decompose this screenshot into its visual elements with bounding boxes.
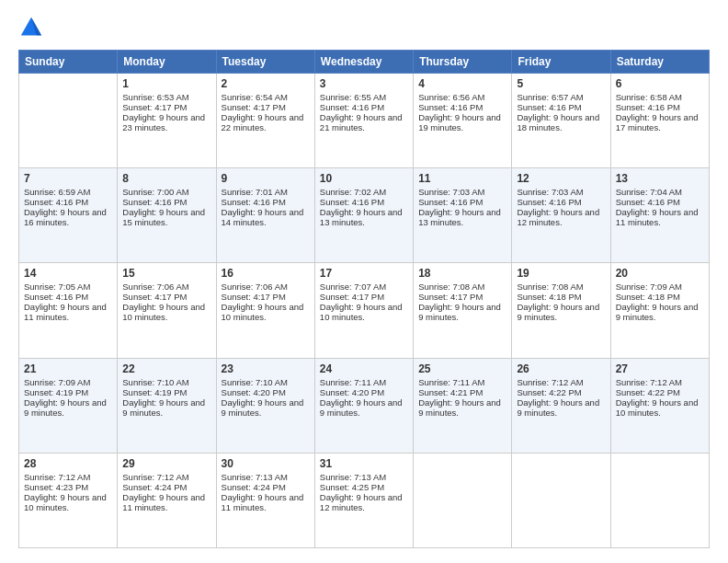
sunrise-text: Sunrise: 7:12 AM — [24, 472, 112, 482]
calendar-cell: 27Sunrise: 7:12 AMSunset: 4:22 PMDayligh… — [610, 358, 709, 453]
sunset-text: Sunset: 4:16 PM — [517, 197, 605, 207]
sunset-text: Sunset: 4:19 PM — [24, 387, 112, 397]
daylight-text: Daylight: 9 hours and 9 minutes. — [24, 397, 112, 418]
day-number: 12 — [517, 172, 605, 185]
calendar-cell: 16Sunrise: 7:06 AMSunset: 4:17 PMDayligh… — [216, 263, 314, 358]
sunset-text: Sunset: 4:16 PM — [616, 102, 704, 112]
day-number: 6 — [616, 77, 704, 90]
day-number: 22 — [122, 362, 210, 375]
header-day: Monday — [118, 51, 216, 74]
sunrise-text: Sunrise: 6:58 AM — [616, 92, 704, 102]
sunset-text: Sunset: 4:16 PM — [418, 102, 506, 112]
sunset-text: Sunset: 4:25 PM — [320, 482, 408, 492]
calendar-cell: 15Sunrise: 7:06 AMSunset: 4:17 PMDayligh… — [118, 263, 216, 358]
day-number: 8 — [122, 172, 210, 185]
day-number: 23 — [222, 362, 310, 375]
daylight-text: Daylight: 9 hours and 10 minutes. — [320, 302, 408, 322]
calendar-cell: 9Sunrise: 7:01 AMSunset: 4:16 PMDaylight… — [216, 168, 314, 263]
logo-icon — [18, 15, 44, 40]
header — [18, 15, 710, 40]
sunrise-text: Sunrise: 7:10 AM — [122, 377, 210, 387]
daylight-text: Daylight: 9 hours and 9 minutes. — [320, 397, 408, 418]
sunset-text: Sunset: 4:16 PM — [320, 197, 408, 207]
sunset-text: Sunset: 4:20 PM — [222, 387, 310, 397]
sunrise-text: Sunrise: 7:00 AM — [122, 187, 210, 197]
daylight-text: Daylight: 9 hours and 12 minutes. — [320, 492, 408, 512]
sunrise-text: Sunrise: 7:06 AM — [222, 282, 310, 292]
calendar-cell: 6Sunrise: 6:58 AMSunset: 4:16 PMDaylight… — [610, 74, 709, 168]
day-number: 14 — [24, 267, 112, 280]
daylight-text: Daylight: 9 hours and 11 minutes. — [24, 302, 112, 322]
header-day: Wednesday — [314, 51, 413, 74]
day-number: 25 — [418, 362, 506, 375]
calendar-week-row: 1Sunrise: 6:53 AMSunset: 4:17 PMDaylight… — [19, 74, 710, 168]
calendar-cell: 14Sunrise: 7:05 AMSunset: 4:16 PMDayligh… — [19, 263, 118, 358]
sunset-text: Sunset: 4:17 PM — [222, 102, 310, 112]
calendar-cell: 13Sunrise: 7:04 AMSunset: 4:16 PMDayligh… — [610, 168, 709, 263]
calendar-week-row: 28Sunrise: 7:12 AMSunset: 4:23 PMDayligh… — [19, 453, 710, 547]
sunset-text: Sunset: 4:16 PM — [320, 102, 408, 112]
calendar-cell: 4Sunrise: 6:56 AMSunset: 4:16 PMDaylight… — [414, 74, 512, 168]
daylight-text: Daylight: 9 hours and 19 minutes. — [418, 112, 506, 132]
calendar-cell: 21Sunrise: 7:09 AMSunset: 4:19 PMDayligh… — [19, 358, 118, 453]
daylight-text: Daylight: 9 hours and 9 minutes. — [517, 397, 605, 418]
sunset-text: Sunset: 4:21 PM — [418, 387, 506, 397]
logo — [18, 15, 48, 40]
sunrise-text: Sunrise: 6:56 AM — [418, 92, 506, 102]
daylight-text: Daylight: 9 hours and 12 minutes. — [517, 207, 605, 227]
daylight-text: Daylight: 9 hours and 13 minutes. — [418, 207, 506, 227]
sunrise-text: Sunrise: 7:11 AM — [320, 377, 408, 387]
calendar-cell: 19Sunrise: 7:08 AMSunset: 4:18 PMDayligh… — [512, 263, 610, 358]
day-number: 28 — [24, 457, 112, 470]
sunset-text: Sunset: 4:17 PM — [222, 292, 310, 302]
sunset-text: Sunset: 4:17 PM — [418, 292, 506, 302]
calendar-cell: 22Sunrise: 7:10 AMSunset: 4:19 PMDayligh… — [118, 358, 216, 453]
calendar-cell: 29Sunrise: 7:12 AMSunset: 4:24 PMDayligh… — [118, 453, 216, 547]
sunset-text: Sunset: 4:16 PM — [222, 197, 310, 207]
calendar-cell: 20Sunrise: 7:09 AMSunset: 4:18 PMDayligh… — [610, 263, 709, 358]
sunset-text: Sunset: 4:16 PM — [24, 197, 112, 207]
sunrise-text: Sunrise: 7:08 AM — [517, 282, 605, 292]
day-number: 1 — [122, 77, 210, 90]
header-day: Sunday — [19, 51, 118, 74]
calendar-week-row: 21Sunrise: 7:09 AMSunset: 4:19 PMDayligh… — [19, 358, 710, 453]
calendar-week-row: 14Sunrise: 7:05 AMSunset: 4:16 PMDayligh… — [19, 263, 710, 358]
header-day: Friday — [512, 51, 610, 74]
daylight-text: Daylight: 9 hours and 10 minutes. — [24, 492, 112, 512]
daylight-text: Daylight: 9 hours and 17 minutes. — [616, 112, 704, 132]
sunrise-text: Sunrise: 7:10 AM — [222, 377, 310, 387]
calendar-cell — [610, 453, 709, 547]
calendar-cell: 24Sunrise: 7:11 AMSunset: 4:20 PMDayligh… — [314, 358, 413, 453]
sunset-text: Sunset: 4:17 PM — [122, 292, 210, 302]
sunset-text: Sunset: 4:24 PM — [122, 482, 210, 492]
daylight-text: Daylight: 9 hours and 23 minutes. — [122, 112, 210, 132]
sunrise-text: Sunrise: 7:13 AM — [222, 472, 310, 482]
daylight-text: Daylight: 9 hours and 11 minutes. — [616, 207, 704, 227]
day-number: 19 — [517, 267, 605, 280]
calendar-cell: 12Sunrise: 7:03 AMSunset: 4:16 PMDayligh… — [512, 168, 610, 263]
sunrise-text: Sunrise: 6:54 AM — [222, 92, 310, 102]
day-number: 17 — [320, 267, 408, 280]
sunrise-text: Sunrise: 7:07 AM — [320, 282, 408, 292]
daylight-text: Daylight: 9 hours and 11 minutes. — [122, 492, 210, 512]
calendar-cell — [512, 453, 610, 547]
calendar-cell: 7Sunrise: 6:59 AMSunset: 4:16 PMDaylight… — [19, 168, 118, 263]
calendar-cell: 2Sunrise: 6:54 AMSunset: 4:17 PMDaylight… — [216, 74, 314, 168]
page: SundayMondayTuesdayWednesdayThursdayFrid… — [0, 0, 728, 563]
day-number: 7 — [24, 172, 112, 185]
sunrise-text: Sunrise: 7:09 AM — [24, 377, 112, 387]
daylight-text: Daylight: 9 hours and 10 minutes. — [222, 302, 310, 322]
calendar-cell: 28Sunrise: 7:12 AMSunset: 4:23 PMDayligh… — [19, 453, 118, 547]
day-number: 5 — [517, 77, 605, 90]
day-number: 11 — [418, 172, 506, 185]
sunrise-text: Sunrise: 7:12 AM — [517, 377, 605, 387]
daylight-text: Daylight: 9 hours and 15 minutes. — [122, 207, 210, 227]
calendar-cell: 26Sunrise: 7:12 AMSunset: 4:22 PMDayligh… — [512, 358, 610, 453]
daylight-text: Daylight: 9 hours and 9 minutes. — [418, 302, 506, 322]
sunset-text: Sunset: 4:16 PM — [24, 292, 112, 302]
sunrise-text: Sunrise: 7:03 AM — [517, 187, 605, 197]
daylight-text: Daylight: 9 hours and 16 minutes. — [24, 207, 112, 227]
sunrise-text: Sunrise: 6:57 AM — [517, 92, 605, 102]
sunrise-text: Sunrise: 7:12 AM — [122, 472, 210, 482]
day-number: 3 — [320, 77, 408, 90]
